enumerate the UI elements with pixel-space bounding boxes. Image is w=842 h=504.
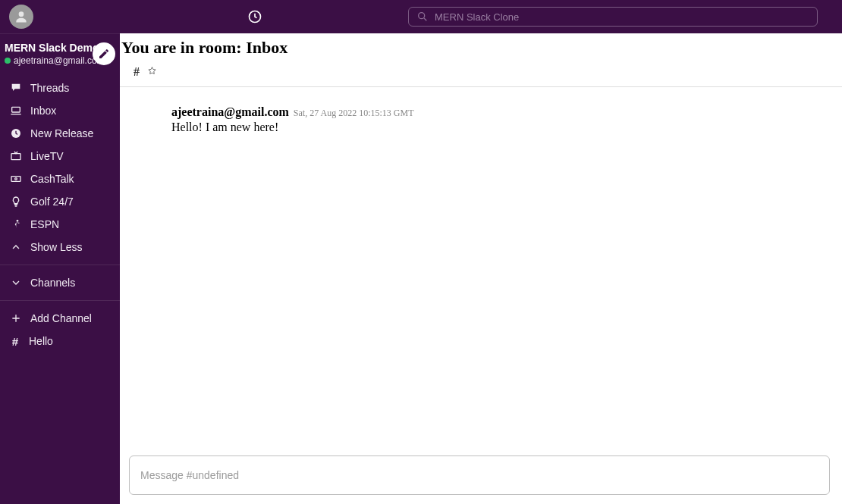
sidebar-item-label: LiveTV: [30, 150, 64, 162]
sidebar-channels-toggle[interactable]: Channels: [0, 271, 120, 294]
presence-dot: [5, 58, 11, 64]
run-icon: [9, 218, 23, 231]
svg-point-8: [17, 220, 19, 222]
hash-icon: #: [9, 334, 21, 348]
composer-wrap: [120, 449, 842, 504]
topbar: [0, 0, 842, 33]
bulb-icon: [9, 195, 23, 208]
nav-list: Threads Inbox New Release LiveTV CashTal…: [0, 74, 120, 258]
sidebar-item-label: Channels: [30, 277, 75, 289]
svg-rect-6: [11, 177, 20, 182]
svg-rect-3: [12, 107, 20, 112]
cash-icon: [9, 172, 23, 186]
sidebar-item-label: Threads: [30, 82, 69, 94]
svg-rect-5: [11, 154, 20, 160]
sidebar-item-label: ESPN: [30, 218, 59, 230]
compose-button[interactable]: [93, 42, 115, 65]
avatar[interactable]: [9, 5, 33, 29]
laptop-icon: [9, 104, 23, 117]
user-icon: [14, 9, 29, 24]
message-timestamp: Sat, 27 Aug 2022 10:15:13 GMT: [294, 108, 414, 118]
message-user: ajeetraina@gmail.com: [171, 105, 289, 118]
sidebar-item-label: Show Less: [30, 241, 82, 253]
pencil-icon: [98, 48, 110, 60]
composer[interactable]: [129, 455, 830, 495]
sidebar-item-label: Inbox: [30, 105, 56, 117]
sidebar-item-golf[interactable]: Golf 24/7: [0, 190, 120, 213]
room-subheader: #: [120, 58, 842, 86]
sidebar-add-channel[interactable]: Add Channel: [0, 307, 120, 330]
sidebar-item-new-release[interactable]: New Release: [0, 122, 120, 145]
sidebar-item-label: Golf 24/7: [30, 196, 74, 208]
search-input[interactable]: [435, 11, 809, 23]
sidebar-item-label: New Release: [30, 127, 93, 139]
tv-icon: [9, 149, 23, 163]
message-list: ajeetraina@gmail.com Sat, 27 Aug 2022 10…: [120, 87, 842, 449]
sidebar-item-label: Add Channel: [30, 312, 92, 324]
user-presence-row: ajeetraina@gmail.com: [5, 55, 88, 66]
sidebar: MERN Slack Demo ajeetraina@gmail.com Thr…: [0, 33, 120, 504]
chevron-up-icon: [9, 240, 23, 254]
composer-input[interactable]: [140, 469, 818, 481]
main-content: You are in room: Inbox # ajeetraina@gmai…: [120, 33, 842, 504]
sidebar-channel-hello[interactable]: # Hello: [0, 330, 120, 352]
message: ajeetraina@gmail.com Sat, 27 Aug 2022 10…: [171, 105, 842, 134]
message-text: Hello! I am new here!: [171, 121, 842, 134]
search-icon: [416, 11, 429, 23]
chevron-down-icon: [9, 276, 23, 290]
workspace-header: MERN Slack Demo ajeetraina@gmail.com: [0, 33, 120, 74]
thread-icon: [9, 81, 23, 95]
sidebar-item-cashtalk[interactable]: CashTalk: [0, 167, 120, 190]
sidebar-item-label: CashTalk: [30, 173, 74, 185]
sidebar-item-livetv[interactable]: LiveTV: [0, 145, 120, 167]
sidebar-divider: [0, 300, 120, 301]
sidebar-item-inbox[interactable]: Inbox: [0, 99, 120, 122]
sidebar-show-less[interactable]: Show Less: [0, 236, 120, 258]
room-title: You are in room: Inbox: [120, 38, 842, 58]
svg-point-2: [419, 13, 425, 19]
svg-point-7: [15, 178, 17, 180]
user-email: ajeetraina@gmail.com: [14, 55, 105, 66]
room-header: You are in room: Inbox #: [120, 33, 842, 87]
history-icon[interactable]: [247, 9, 262, 24]
workspace-title: MERN Slack Demo: [5, 42, 88, 54]
clock-icon: [9, 127, 23, 140]
star-icon[interactable]: [147, 66, 157, 78]
search-box[interactable]: [408, 7, 818, 27]
hash-icon: #: [134, 65, 140, 79]
sidebar-divider: [0, 265, 120, 265]
sidebar-item-threads[interactable]: Threads: [0, 77, 120, 99]
plus-icon: [9, 311, 23, 325]
sidebar-item-label: Hello: [29, 335, 53, 347]
sidebar-item-espn[interactable]: ESPN: [0, 213, 120, 236]
svg-point-0: [19, 11, 24, 17]
